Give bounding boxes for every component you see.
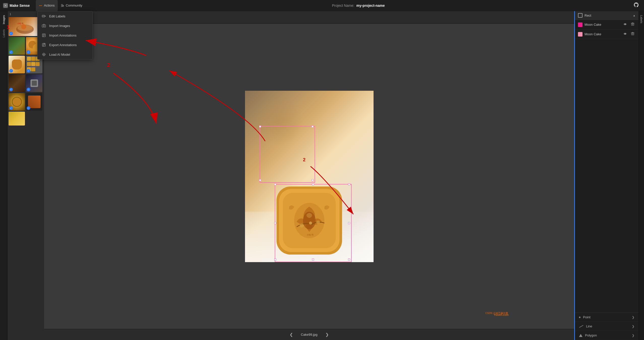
app-name: Make Sense: [10, 4, 30, 8]
thumb-check-5a: ✓: [9, 106, 13, 110]
main-image: 小红书: [245, 91, 374, 262]
label-color-2: [578, 32, 582, 37]
community-icon: [61, 4, 64, 7]
community-menu-button[interactable]: Community: [58, 0, 85, 11]
labels-tab-right[interactable]: Labels: [639, 13, 644, 25]
project-label: Project Name:: [332, 4, 354, 8]
community-label: Community: [66, 4, 82, 7]
right-panel-wrapper: Rect ▲ Moon Cake Moon: [574, 11, 644, 340]
handle-tr-2[interactable]: [348, 183, 350, 186]
polygon-tool-left: Polygon: [579, 333, 597, 337]
point-icon: [579, 317, 580, 318]
current-filename: Cake99.jpg: [301, 333, 318, 336]
canvas-toolbar: [44, 11, 574, 24]
image-thumb-5a[interactable]: ✓: [9, 93, 25, 111]
image-row-4: ✓ ✓: [9, 74, 43, 92]
svg-point-59: [625, 33, 626, 35]
line-tool-chevron: ❯: [632, 325, 634, 328]
label-row-2: Moon Cake: [575, 29, 638, 39]
polygon-icon: [579, 334, 582, 337]
shape-selector[interactable]: Rect ▲: [575, 11, 638, 20]
right-sidebar: Labels: [638, 11, 644, 340]
svg-point-21: [43, 54, 44, 55]
right-panel-spacer: [575, 39, 638, 313]
label-delete-1[interactable]: [630, 22, 635, 27]
line-tool-left: Line: [579, 324, 592, 328]
canvas-area[interactable]: 小红书: [44, 24, 574, 329]
thumb-check-2b: ✓: [27, 50, 30, 54]
github-icon[interactable]: [631, 1, 641, 10]
image-thumb-6a[interactable]: [9, 112, 25, 126]
load-ai-model-item[interactable]: Load AI Model: [38, 50, 93, 59]
actions-menu-button[interactable]: Actions: [36, 0, 58, 11]
svg-point-49: [316, 221, 320, 224]
polygon-tool-row[interactable]: Polygon ❯: [575, 331, 638, 340]
actions-icon: [39, 4, 42, 7]
point-tool-label: Point: [583, 315, 591, 319]
right-panel: Rect ▲ Moon Cake Moon: [574, 11, 638, 340]
label-list: Moon Cake Moon Cake: [575, 20, 638, 39]
svg-text:小红书: 小红书: [17, 22, 23, 25]
handle-br-1[interactable]: [312, 179, 314, 181]
ai-icon: [42, 52, 46, 57]
image-thumb-3a[interactable]: ✓: [9, 56, 25, 73]
image-thumb-5b[interactable]: ✓: [26, 93, 42, 111]
bg-blur-cake: [253, 96, 303, 146]
label-row-1: Moon Cake: [575, 20, 638, 29]
tag-icon: [42, 14, 46, 18]
handle-tr-1[interactable]: [312, 126, 314, 128]
line-icon: [579, 325, 584, 328]
handle-bl-1[interactable]: [259, 179, 261, 181]
polygon-tool-label: Polygon: [585, 333, 597, 337]
thumb-check-2a: ✓: [9, 50, 13, 54]
export-annotations-label: Export Annotations: [49, 43, 77, 47]
image-list[interactable]: 1 小红书 ✓ ✓ ✓: [8, 11, 44, 340]
polygon-tool-chevron: ❯: [632, 334, 634, 337]
images-tab[interactable]: Images: [1, 13, 6, 26]
thumb-check-5b: ✓: [27, 106, 30, 110]
app-logo[interactable]: Make Sense: [3, 3, 30, 8]
prev-image-button[interactable]: ❮: [288, 331, 295, 338]
actions-dropdown: Edit Labels Import Images Import Annotat…: [37, 11, 93, 59]
next-image-button[interactable]: ❯: [323, 331, 331, 338]
shape-selector-label: Rect: [585, 14, 591, 17]
import-annotations-label: Import Annotations: [49, 34, 76, 37]
nav-right: [631, 1, 641, 10]
project-info: Project Name: my-project-name: [85, 4, 631, 8]
labels-tab-left[interactable]: Labels: [1, 27, 6, 39]
point-tool-row[interactable]: Point ❯: [575, 313, 638, 322]
edit-labels-item[interactable]: Edit Labels: [38, 11, 93, 21]
import-images-item[interactable]: Import Images: [38, 21, 93, 30]
label-name-2: Moon Cake: [585, 32, 620, 36]
point-tool-chevron: ❯: [632, 316, 634, 319]
thumb-check-4b: ✓: [27, 88, 30, 91]
svg-point-6: [63, 5, 64, 6]
label-delete-2[interactable]: [630, 32, 635, 37]
line-tool-row[interactable]: Line ❯: [575, 322, 638, 331]
label-visibility-2[interactable]: [622, 32, 628, 37]
image-thumb-4a[interactable]: ✓: [9, 74, 25, 92]
load-ai-model-label: Load AI Model: [49, 53, 70, 56]
label-visibility-1[interactable]: [622, 22, 628, 27]
image-row-6: [9, 112, 43, 126]
export-list-icon: [42, 43, 46, 47]
image-row-5: ✓ ✓: [9, 93, 43, 111]
line-tool-label: Line: [586, 324, 592, 328]
image-thumb-1[interactable]: 小红书 ✓: [9, 17, 41, 36]
image-thumb-2a[interactable]: ✓: [9, 37, 25, 55]
camera-icon: [42, 23, 46, 28]
svg-point-53: [625, 24, 626, 25]
image-background: 小红书: [245, 91, 374, 262]
svg-point-48: [309, 222, 312, 225]
point-tool-left: Point: [579, 315, 591, 319]
canvas-bottom-bar: ❮ Cake99.jpg ❯: [44, 329, 574, 340]
thumb-check-3b: ✓: [27, 69, 30, 73]
svg-point-47: [300, 224, 304, 228]
image-thumb-4b[interactable]: ✓: [26, 74, 42, 92]
canvas-wrapper: 小红书: [44, 11, 574, 340]
logo-icon: [3, 3, 8, 8]
export-annotations-item[interactable]: Export Annotations: [38, 40, 93, 50]
bottom-tools: Point ❯ Line ❯ Polygon ❯: [575, 313, 638, 340]
import-annotations-item[interactable]: Import Annotations: [38, 30, 93, 40]
shape-selector-left: Rect: [578, 13, 591, 18]
